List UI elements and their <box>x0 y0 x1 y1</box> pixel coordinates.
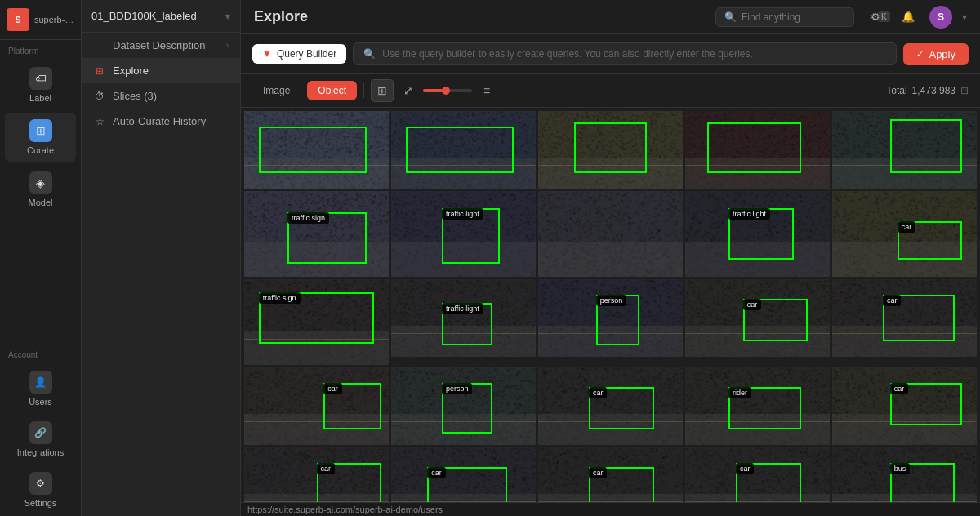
sidebar-logo: S superb-ai-dem... <box>0 0 81 40</box>
object-label: car <box>743 299 762 310</box>
search-box[interactable]: 🔍 ✕ K <box>715 7 854 27</box>
image-cell[interactable]: car <box>832 367 977 445</box>
slider-track <box>423 89 472 92</box>
bounding-box <box>574 122 647 173</box>
nav-slices[interactable]: ⏱ Slices (3) <box>82 83 240 109</box>
image-cell[interactable] <box>391 111 536 189</box>
image-cell[interactable]: car <box>538 367 683 445</box>
object-label: traffic sign <box>287 212 329 224</box>
topbar-right: 🔍 ✕ K ⚙ 🔔 S ▾ <box>715 6 967 29</box>
query-input[interactable]: 🔍 Use the query builder to easily create… <box>353 42 897 65</box>
view-toggle: ⊞ ⤢ ≡ <box>371 79 498 102</box>
list-view-button[interactable]: ≡ <box>475 79 498 102</box>
object-label: traffic sign <box>259 292 301 304</box>
grid-view-button[interactable]: ⊞ <box>371 79 394 102</box>
topbar: Explore 🔍 ✕ K ⚙ 🔔 S ▾ <box>241 0 980 34</box>
platform-section-label: Platform <box>0 40 81 59</box>
integrations-icon: 🔗 <box>29 421 52 444</box>
image-cell[interactable]: traffic light <box>685 191 830 277</box>
image-cell[interactable]: car <box>538 447 683 502</box>
image-cell[interactable]: person <box>391 367 536 445</box>
main-content: Explore 🔍 ✕ K ⚙ 🔔 S ▾ ▼ Query Builder 🔍 … <box>241 0 980 516</box>
nav-explore-label: Explore <box>113 64 149 77</box>
image-cell[interactable]: car <box>244 367 389 445</box>
image-cell[interactable]: car <box>244 447 389 502</box>
sidebar: S superb-ai-dem... Platform 🏷 Label ⊞ Cu… <box>0 0 82 516</box>
filter-options-icon[interactable]: ⊟ <box>960 85 969 96</box>
sidebar-item-model[interactable]: ◈ Model <box>5 165 76 214</box>
sidebar-item-settings-text: Settings <box>24 498 57 508</box>
image-cell[interactable]: car <box>685 447 830 502</box>
filter-divider <box>363 83 364 98</box>
nav-explore[interactable]: ⊞ Explore <box>82 58 240 83</box>
image-cell[interactable]: car <box>832 191 977 277</box>
query-builder-label: Query Builder <box>277 48 336 60</box>
slider-thumb <box>442 87 450 95</box>
sidebar-item-integrations[interactable]: 🔗 Integrations <box>5 415 76 464</box>
image-cell[interactable]: rider <box>685 367 830 445</box>
settings-icon: ⚙ <box>29 472 52 495</box>
apply-button[interactable]: ✓ Apply <box>903 43 969 65</box>
object-label: car <box>898 221 916 233</box>
image-cell[interactable]: car <box>685 279 830 357</box>
object-label: car <box>883 295 902 306</box>
search-input[interactable] <box>742 11 864 23</box>
label-icon: 🏷 <box>29 67 52 90</box>
sidebar-bottom: Account 👤 Users 🔗 Integrations ⚙ Setting… <box>0 340 81 516</box>
image-cell[interactable]: bus <box>832 447 977 502</box>
page-title: Explore <box>254 8 308 25</box>
sidebar-item-curate-text: Curate <box>27 145 54 155</box>
image-cell[interactable] <box>244 111 389 189</box>
dataset-title: 01_BDD100K_labeled <box>91 10 197 22</box>
image-cell[interactable] <box>538 191 683 277</box>
slider-fill <box>423 89 443 92</box>
query-builder-button[interactable]: ▼ Query Builder <box>252 44 346 64</box>
image-cell[interactable]: traffic light <box>391 191 536 277</box>
object-label: car <box>589 387 608 398</box>
curate-icon: ⊞ <box>29 119 52 142</box>
nav-auto-curate-label: Auto-Curate History <box>113 115 206 127</box>
object-label: traffic light <box>442 303 483 314</box>
object-label: car <box>736 463 755 474</box>
sidebar-item-users-text: Users <box>29 397 52 407</box>
tab-object[interactable]: Object <box>307 81 357 100</box>
object-label: person <box>442 383 473 394</box>
image-cell[interactable]: car <box>391 447 536 502</box>
nav-arrow-icon: › <box>226 41 229 50</box>
filter-icon: ▼ <box>262 48 272 60</box>
nav-dataset-description[interactable]: Dataset Description › <box>82 33 240 58</box>
dataset-header[interactable]: 01_BDD100K_labeled ▾ <box>82 0 240 33</box>
image-cell[interactable]: traffic sign <box>244 191 389 277</box>
query-search-icon: 🔍 <box>363 48 376 60</box>
app-logo-icon: S <box>7 8 29 31</box>
sidebar-item-settings[interactable]: ⚙ Settings <box>5 465 76 514</box>
image-cell[interactable] <box>538 111 683 189</box>
object-label: rider <box>728 387 751 398</box>
dataset-chevron-icon: ▾ <box>225 11 230 22</box>
image-cell[interactable]: traffic sign <box>244 279 389 365</box>
sidebar-item-label[interactable]: 🏷 Label <box>5 60 76 109</box>
object-label: person <box>596 295 627 306</box>
nav-auto-curate[interactable]: ☆ Auto-Curate History <box>82 109 240 134</box>
sidebar-item-users[interactable]: 👤 Users <box>5 364 76 413</box>
image-cell[interactable]: person <box>538 279 683 357</box>
size-slider[interactable] <box>423 89 472 92</box>
checkmark-icon: ✓ <box>916 49 924 60</box>
image-cell[interactable]: traffic light <box>391 279 536 357</box>
tab-image[interactable]: Image <box>252 81 301 100</box>
notification-icon[interactable]: 🔔 <box>897 6 920 29</box>
image-cell[interactable] <box>685 111 830 189</box>
users-icon: 👤 <box>29 371 52 394</box>
settings-spinner-icon[interactable]: ⚙ <box>864 6 887 29</box>
image-cell[interactable] <box>832 111 977 189</box>
bounding-box <box>890 119 963 174</box>
sidebar-item-curate[interactable]: ⊞ Curate <box>5 113 76 162</box>
expand-view-button[interactable]: ⤢ <box>397 79 420 102</box>
sidebar-item-integrations-text: Integrations <box>17 447 64 457</box>
object-label: traffic light <box>728 208 770 220</box>
image-cell[interactable]: car <box>832 279 977 357</box>
filter-left: Image Object ⊞ ⤢ ≡ <box>252 79 498 102</box>
org-name: superb-ai-dem... <box>34 15 74 24</box>
object-label: bus <box>890 463 911 474</box>
avatar[interactable]: S <box>929 6 952 29</box>
